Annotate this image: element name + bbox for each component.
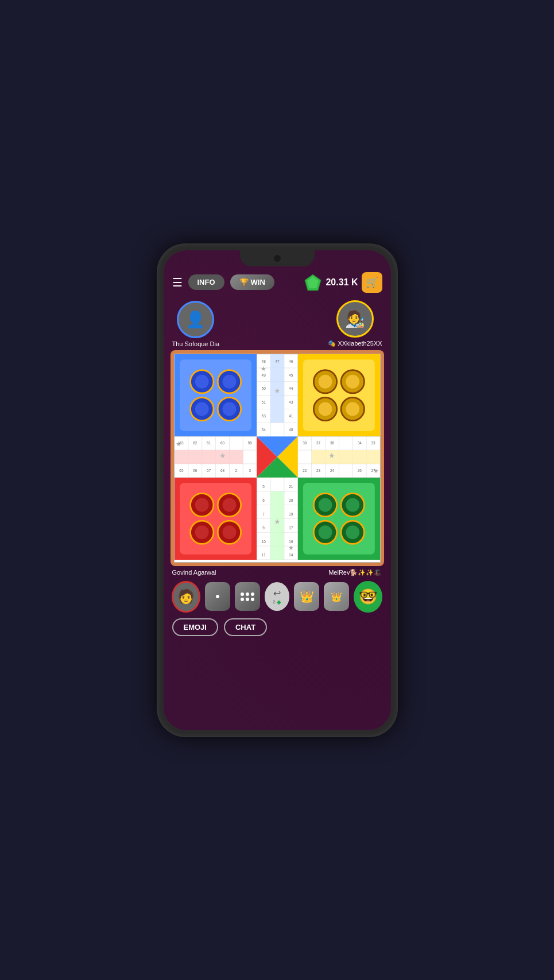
svg-text:★: ★ [261,365,266,372]
phone-screen: ☰ INFO 🏆 WIN 20.31 K [164,250,391,730]
players-bottom-row: Govind Agarwal MelRev🐕✨✨🎩 [164,566,391,578]
svg-text:58: 58 [247,440,252,444]
svg-text:49: 49 [261,373,266,377]
svg-text:36: 36 [330,440,334,444]
svg-text:20: 20 [289,498,293,502]
svg-text:51: 51 [261,400,266,404]
undo-button[interactable]: ↩ 2 ◆ [265,582,290,611]
svg-rect-3 [180,359,251,431]
svg-text:62: 62 [193,440,197,444]
svg-text:47: 47 [275,359,280,363]
svg-text:9: 9 [262,525,265,529]
svg-text:7: 7 [262,512,265,516]
svg-text:33: 33 [371,440,375,444]
svg-text:2: 2 [235,468,237,472]
player-bottom-right-name: MelRev🐕✨✨🎩 [328,569,382,576]
svg-text:67: 67 [207,468,211,472]
players-top-row: 👤 Thu Sofoque Dia 🧑‍🎨 🎭 XXkiabeth25XX [164,297,391,350]
bottom-buttons: EMOJI CHAT [164,615,391,642]
header: ☰ INFO 🏆 WIN 20.31 K [164,268,391,297]
svg-rect-80 [311,450,379,464]
svg-point-5 [195,374,208,388]
svg-text:14: 14 [289,553,293,557]
svg-text:★: ★ [219,451,226,459]
gem-icon [304,273,322,292]
svg-rect-13 [303,359,374,431]
svg-text:41: 41 [289,414,293,418]
svg-text:68: 68 [220,468,224,472]
undo-count: 2 [273,599,275,605]
svg-text:21: 21 [289,485,293,489]
svg-point-41 [346,525,359,539]
menu-icon[interactable]: ☰ [172,277,183,288]
svg-point-25 [195,498,208,512]
player-top-right-name: 🎭 XXkiabeth25XX [328,340,382,347]
svg-text:53: 53 [261,414,266,418]
svg-text:40: 40 [289,428,293,432]
avatar-top-left: 👤 [177,301,214,338]
svg-text:65: 65 [179,468,184,472]
svg-text:37: 37 [316,440,321,444]
coin-count: 20.31 K [326,277,358,288]
svg-point-27 [222,498,236,512]
svg-text:★: ★ [274,386,281,394]
svg-rect-33 [303,482,374,554]
svg-point-19 [318,402,332,416]
svg-text:24: 24 [330,468,334,472]
chat-button[interactable]: CHAT [224,618,267,636]
svg-point-29 [195,525,208,539]
svg-text:26: 26 [357,468,362,472]
svg-point-39 [318,525,332,539]
emoji-button[interactable]: EMOJI [172,618,218,636]
svg-text:46: 46 [289,359,293,363]
svg-text:63: 63 [179,440,184,444]
svg-text:48: 48 [261,359,266,363]
win-button[interactable]: 🏆 WIN [230,274,274,290]
svg-text:17: 17 [289,525,293,529]
svg-text:11: 11 [261,553,266,557]
svg-point-15 [318,374,332,388]
svg-text:★: ★ [288,544,293,551]
svg-point-11 [222,402,236,416]
svg-point-21 [346,402,359,416]
phone-frame: ☰ INFO 🏆 WIN 20.31 K [157,243,398,737]
svg-text:38: 38 [303,440,307,444]
player-bottom-left-name: Govind Agarwal [172,569,216,576]
svg-point-7 [222,374,236,388]
svg-point-37 [346,498,359,512]
svg-text:61: 61 [207,440,211,444]
green-player-avatar[interactable]: 🤓 [354,581,382,613]
svg-text:50: 50 [261,386,266,390]
svg-text:34: 34 [357,440,362,444]
svg-text:23: 23 [316,468,321,472]
info-button[interactable]: INFO [188,274,224,290]
svg-text:43: 43 [289,400,293,404]
svg-point-17 [346,374,359,388]
crown-button-1[interactable]: 👑 [294,582,319,611]
svg-point-9 [195,402,208,416]
svg-text:★: ★ [274,517,281,525]
cart-button[interactable]: 🛒 [362,272,382,293]
action-bar: 🧑 [164,578,391,615]
svg-text:5: 5 [262,485,265,489]
svg-text:16: 16 [289,539,293,543]
svg-text:22: 22 [303,468,307,472]
camera [274,255,281,262]
dice-six-button[interactable] [235,582,260,611]
crown-button-2[interactable]: 👑 [324,582,349,611]
dice-one-button[interactable] [205,582,230,611]
svg-point-35 [318,498,332,512]
svg-text:54: 54 [261,428,266,432]
svg-text:19: 19 [289,512,293,516]
svg-text:10: 10 [261,539,266,543]
player-top-right: 🧑‍🎨 🎭 XXkiabeth25XX [328,300,382,347]
svg-text:★: ★ [328,451,335,459]
svg-text:3: 3 [249,468,251,472]
current-player-avatar: 🧑 [172,581,200,613]
svg-text:60: 60 [220,440,224,444]
avatar-top-right: 🧑‍🎨 [336,300,374,338]
svg-rect-23 [180,482,251,554]
screen-content: ☰ INFO 🏆 WIN 20.31 K [164,250,391,730]
ludo-board-container: ★ ★ [171,350,384,566]
trophy-icon: 🏆 [239,278,249,286]
